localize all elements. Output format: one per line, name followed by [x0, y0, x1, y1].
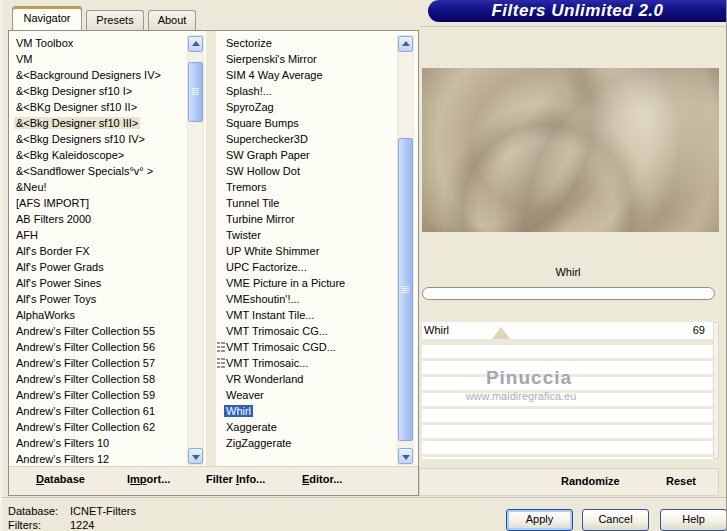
- list-item[interactable]: &<Bkg Designer sf10 III>: [9, 115, 189, 131]
- category-scrollbar[interactable]: [187, 35, 204, 465]
- list-item[interactable]: SIM 4 Way Average: [216, 67, 397, 83]
- filter-list[interactable]: SectorizeSierpenski's MirrorSIM 4 Way Av…: [216, 35, 397, 465]
- list-item[interactable]: VMT Trimosaic...: [216, 355, 397, 371]
- list-item-label: Andrew's Filter Collection 58: [14, 373, 157, 385]
- apply-button[interactable]: Apply: [506, 509, 573, 531]
- list-item[interactable]: SpyroZag: [216, 99, 397, 115]
- list-item[interactable]: AFH: [9, 227, 189, 243]
- reset-button[interactable]: Reset: [666, 475, 696, 487]
- tab-presets[interactable]: Presets: [86, 10, 144, 30]
- list-item[interactable]: VM Toolbox: [9, 35, 189, 51]
- list-item-label: &<Bkg Designers sf10 IV>: [14, 133, 147, 145]
- help-button[interactable]: Help: [660, 509, 727, 531]
- list-item[interactable]: VMT Trimosaic CG...: [216, 323, 397, 339]
- whirl-slider[interactable]: Whirl 69: [422, 322, 713, 339]
- list-item[interactable]: &Neu!: [9, 179, 189, 195]
- list-item[interactable]: Weaver: [216, 387, 397, 403]
- list-item-label: VM Toolbox: [14, 37, 75, 49]
- randomize-button[interactable]: Randomize: [561, 475, 620, 487]
- editor-button[interactable]: Editor...: [302, 473, 342, 485]
- list-item[interactable]: Andrew's Filter Collection 57: [9, 355, 189, 371]
- list-item[interactable]: VMEshoutin'!...: [216, 291, 397, 307]
- list-item-label: Tunnel Tile: [224, 197, 281, 209]
- list-item[interactable]: VMT Trimosaic CGD...: [216, 339, 397, 355]
- list-item-label: Twister: [224, 229, 263, 241]
- list-item[interactable]: Turbine Mirror: [216, 211, 397, 227]
- list-item[interactable]: Andrew's Filter Collection 56: [9, 339, 189, 355]
- list-item-label: [AFS IMPORT]: [14, 197, 91, 209]
- list-item[interactable]: UPC Factorize...: [216, 259, 397, 275]
- scrollbar-thumb[interactable]: [398, 138, 413, 441]
- list-item[interactable]: &<Sandflower Specials°v° >: [9, 163, 189, 179]
- list-item[interactable]: Splash!...: [216, 83, 397, 99]
- list-item[interactable]: Tremors: [216, 179, 397, 195]
- arrow-up-icon: [402, 41, 410, 46]
- list-item-label: AFH: [14, 229, 40, 241]
- list-item[interactable]: [AFS IMPORT]: [9, 195, 189, 211]
- list-item[interactable]: &<BKg Designer sf10 II>: [9, 99, 189, 115]
- list-item[interactable]: Andrew's Filter Collection 62: [9, 419, 189, 435]
- list-item[interactable]: VME Picture in a Picture: [216, 275, 397, 291]
- list-item-label: AlphaWorks: [14, 309, 77, 321]
- list-item[interactable]: Andrew's Filters 12: [9, 451, 189, 465]
- list-item[interactable]: Alf's Border FX: [9, 243, 189, 259]
- list-item-label: Xaggerate: [224, 421, 279, 433]
- scrollbar-thumb[interactable]: [188, 62, 203, 122]
- list-item[interactable]: SW Hollow Dot: [216, 163, 397, 179]
- list-item-label: SpyroZag: [224, 101, 276, 113]
- list-item-label: Alf's Power Toys: [14, 293, 98, 305]
- scroll-up-button[interactable]: [398, 36, 413, 52]
- list-item[interactable]: Andrew's Filter Collection 55: [9, 323, 189, 339]
- list-item[interactable]: VMT Instant Tile...: [216, 307, 397, 323]
- list-item[interactable]: Alf's Power Toys: [9, 291, 189, 307]
- import-button[interactable]: Import...: [127, 473, 170, 485]
- list-item[interactable]: Andrew's Filters 10: [9, 435, 189, 451]
- list-item[interactable]: SW Graph Paper: [216, 147, 397, 163]
- list-item[interactable]: ZigZaggerate: [216, 435, 397, 451]
- list-item[interactable]: Andrew's Filter Collection 58: [9, 371, 189, 387]
- list-item[interactable]: Whirl: [216, 403, 397, 419]
- filter-scrollbar[interactable]: [397, 35, 414, 465]
- list-item[interactable]: Alf's Power Sines: [9, 275, 189, 291]
- tab-navigator[interactable]: Navigator: [12, 6, 82, 30]
- randomize-strip: Randomize Reset: [419, 468, 719, 496]
- status-filters: Filters:1224: [8, 519, 94, 531]
- status-database: Database:ICNET-Filters: [8, 505, 136, 517]
- cancel-button[interactable]: Cancel: [582, 509, 649, 531]
- arrow-up-icon: [192, 41, 200, 46]
- scroll-up-button[interactable]: [188, 36, 203, 52]
- list-item[interactable]: Superchecker3D: [216, 131, 397, 147]
- list-item[interactable]: UP White Shimmer: [216, 243, 397, 259]
- list-item[interactable]: AlphaWorks: [9, 307, 189, 323]
- slider-thumb[interactable]: [492, 327, 510, 339]
- list-item-label: Sierpenski's Mirror: [224, 53, 319, 65]
- list-item[interactable]: AB Filters 2000: [9, 211, 189, 227]
- list-item-label: UPC Factorize...: [224, 261, 309, 273]
- list-item[interactable]: Andrew's Filter Collection 61: [9, 403, 189, 419]
- tab-about[interactable]: About: [148, 10, 196, 30]
- list-item-label: Square Bumps: [224, 117, 301, 129]
- list-item-label: VMT Instant Tile...: [224, 309, 316, 321]
- list-item-label: Andrew's Filter Collection 61: [14, 405, 157, 417]
- list-item[interactable]: &<Background Designers IV>: [9, 67, 189, 83]
- category-list[interactable]: VM ToolboxVM&<Background Designers IV>&<…: [9, 35, 189, 465]
- list-item[interactable]: Sierpenski's Mirror: [216, 51, 397, 67]
- list-item-label: &<Bkg Designer sf10 I>: [14, 85, 134, 97]
- database-button[interactable]: Database: [36, 473, 85, 485]
- list-item[interactable]: VR Wonderland: [216, 371, 397, 387]
- list-item[interactable]: Alf's Power Grads: [9, 259, 189, 275]
- list-item[interactable]: &<Bkg Kaleidoscope>: [9, 147, 189, 163]
- arrow-down-icon: [192, 455, 200, 460]
- list-item[interactable]: Twister: [216, 227, 397, 243]
- scroll-down-button[interactable]: [188, 448, 203, 464]
- list-item[interactable]: Tunnel Tile: [216, 195, 397, 211]
- list-item[interactable]: Square Bumps: [216, 115, 397, 131]
- filter-info-button[interactable]: Filter Info...: [206, 473, 265, 485]
- list-item[interactable]: VM: [9, 51, 189, 67]
- scroll-down-button[interactable]: [398, 448, 413, 464]
- list-item[interactable]: &<Bkg Designers sf10 IV>: [9, 131, 189, 147]
- list-item[interactable]: Xaggerate: [216, 419, 397, 435]
- list-item[interactable]: Sectorize: [216, 35, 397, 51]
- list-item[interactable]: Andrew's Filter Collection 59: [9, 387, 189, 403]
- list-item[interactable]: &<Bkg Designer sf10 I>: [9, 83, 189, 99]
